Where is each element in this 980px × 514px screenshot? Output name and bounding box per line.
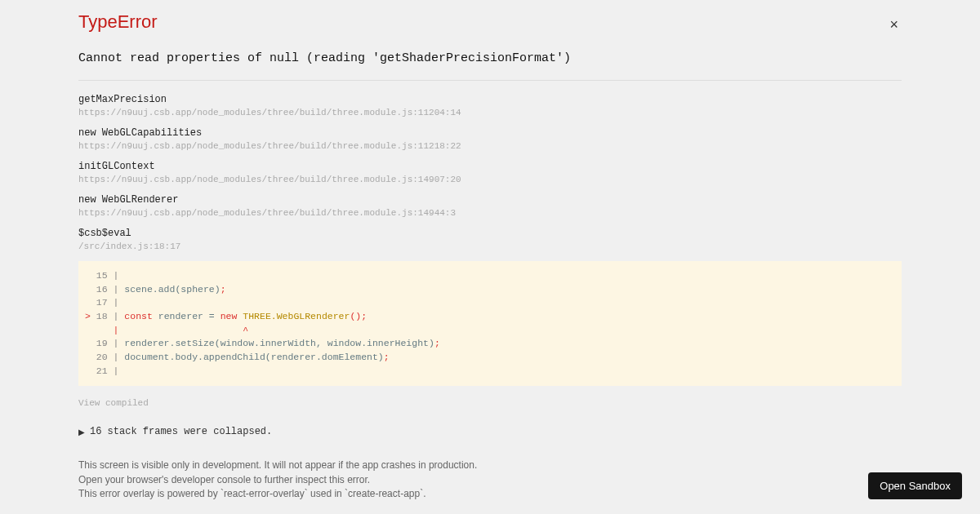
collapsed-frames-label: 16 stack frames were collapsed. [90, 426, 272, 437]
code-keyword: new [220, 311, 238, 321]
open-sandbox-button[interactable]: Open Sandbox [868, 472, 962, 499]
frame-function-name: new WebGLCapabilities [78, 127, 902, 139]
frame-location[interactable]: https://n9uuj.csb.app/node_modules/three… [78, 208, 902, 218]
header-row: TypeError × [78, 11, 902, 37]
error-type-heading: TypeError [78, 11, 158, 33]
stack-frame: new WebGLCapabilities https://n9uuj.csb.… [78, 127, 902, 151]
code-caret: | ^ [85, 325, 248, 335]
code-operator: = [209, 311, 215, 321]
code-text: document.body.appendChild(renderer.domEl… [124, 352, 383, 362]
code-gutter: 16 | [85, 284, 124, 295]
footer-line: Open your browser's developer console to… [78, 473, 902, 487]
code-punct: ; [384, 352, 390, 362]
error-overlay: TypeError × Cannot read properties of nu… [0, 0, 980, 502]
stack-frame: initGLContext https://n9uuj.csb.app/node… [78, 161, 902, 184]
stack-frame: getMaxPrecision https://n9uuj.csb.app/no… [78, 94, 902, 117]
close-button[interactable]: × [883, 13, 905, 37]
view-compiled-link[interactable]: View compiled [78, 398, 149, 408]
code-punct: ; [220, 284, 226, 295]
code-gutter: 19 | [85, 338, 124, 348]
frame-location[interactable]: https://n9uuj.csb.app/node_modules/three… [78, 141, 902, 151]
code-gutter: 18 | [96, 311, 125, 321]
footer-line: This screen is visible only in developme… [78, 459, 902, 472]
frame-location[interactable]: https://n9uuj.csb.app/node_modules/three… [78, 175, 902, 184]
code-snippet: 15 | 16 | scene.add(sphere); 17 | > 18 |… [78, 261, 902, 386]
frame-function-name: new WebGLRenderer [78, 194, 902, 206]
disclosure-triangle-icon: ▶ [78, 428, 85, 436]
frame-function-name: getMaxPrecision [78, 94, 902, 105]
code-gutter: 15 | [85, 270, 124, 281]
collapsed-frames-toggle[interactable]: ▶ 16 stack frames were collapsed. [78, 426, 902, 437]
frame-location[interactable]: https://n9uuj.csb.app/node_modules/three… [78, 108, 902, 117]
code-gutter: 17 | [85, 297, 124, 308]
code-gutter: 20 | [85, 352, 124, 362]
code-class: THREE.WebGLRenderer [243, 311, 350, 321]
code-keyword: const [124, 311, 153, 321]
error-message: Cannot read properties of null (reading … [78, 51, 902, 65]
divider [78, 80, 902, 81]
code-text: scene.add(sphere) [124, 284, 220, 295]
code-text: renderer.setSize(window.innerWidth, wind… [124, 338, 434, 348]
code-gutter: 21 | [85, 366, 124, 376]
code-punct: ; [434, 338, 440, 348]
code-text: renderer [153, 311, 209, 321]
frame-function-name: $csb$eval [78, 228, 902, 239]
code-text [215, 311, 220, 321]
footer-note: This screen is visible only in developme… [78, 459, 902, 501]
frame-location[interactable]: /src/index.js:18:17 [78, 241, 902, 251]
code-error-marker: > [85, 311, 96, 321]
footer-line: This error overlay is powered by `react-… [78, 487, 902, 501]
frame-function-name: initGLContext [78, 161, 902, 172]
code-punct: (); [350, 311, 367, 321]
stack-frame: new WebGLRenderer https://n9uuj.csb.app/… [78, 194, 902, 218]
stack-frame: $csb$eval /src/index.js:18:17 [78, 228, 902, 251]
